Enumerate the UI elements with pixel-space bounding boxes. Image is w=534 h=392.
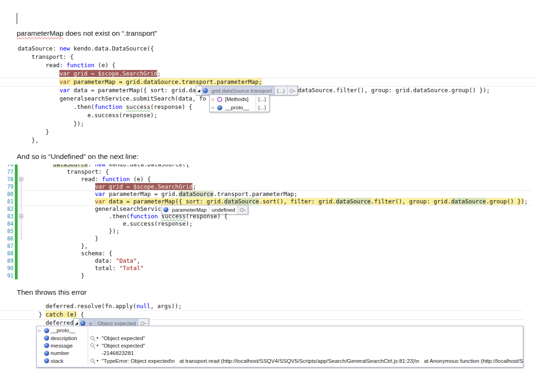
code-text: ; bbox=[524, 198, 528, 205]
fold-collapse-toggle[interactable] bbox=[19, 177, 23, 181]
code-line: } bbox=[18, 128, 534, 136]
expander-collapsed-icon[interactable]: ▷ bbox=[211, 97, 216, 101]
code-text: schema: { bbox=[25, 250, 112, 257]
code-line: 79 var grid = $scope.SearchGrid; bbox=[5, 183, 531, 190]
property-value-cell bbox=[88, 327, 523, 334]
value-orb-icon bbox=[44, 335, 49, 341]
code-text: .then( bbox=[25, 213, 130, 220]
code-line-text: var data = parameterMap({ sort: grid.da◢… bbox=[18, 86, 490, 95]
line-number[interactable]: 80 bbox=[5, 190, 15, 198]
dropdown-row[interactable]: ▷__proto__{...} bbox=[210, 103, 269, 112]
datatip-value: {...} bbox=[274, 86, 287, 95]
line-number[interactable]: 78 bbox=[5, 176, 15, 183]
line-number[interactable]: 87 bbox=[5, 242, 15, 250]
code-line-text: .then(function success(response) { bbox=[18, 103, 192, 111]
code-text: dataSource bbox=[224, 198, 259, 205]
code-text: success bbox=[161, 213, 186, 220]
code-line: 82 generalsearchServicparameterMapundefi… bbox=[5, 205, 531, 213]
line-number[interactable]: 88 bbox=[5, 250, 15, 257]
property-name: message bbox=[51, 342, 88, 349]
line-number[interactable]: 85 bbox=[5, 228, 15, 235]
code-text: deferred.resolve(fn.apply( bbox=[18, 303, 136, 310]
pin-button[interactable] bbox=[287, 86, 297, 95]
code-text: dataSource bbox=[451, 198, 486, 205]
code-text: var grid = $scope.SearchGrid bbox=[95, 183, 193, 190]
error-property-row[interactable]: stack▾"TypeError: Object expected\n at t… bbox=[37, 357, 523, 365]
code-text: kendo.data.DataSource({ bbox=[105, 164, 189, 168]
code-line: transport: { bbox=[18, 53, 534, 61]
line-number[interactable]: 76 bbox=[5, 164, 15, 168]
property-value-cell: ▾"Object expected" bbox=[88, 334, 523, 341]
datatip-expander-icon[interactable]: ◢ bbox=[196, 86, 201, 95]
expander-collapsed-icon[interactable]: ▷ bbox=[211, 106, 216, 110]
code-line: 80 var parameterMap = grid.dataSource.tr… bbox=[5, 190, 531, 198]
magnifier-icon bbox=[90, 358, 96, 364]
fold-margin bbox=[18, 213, 25, 220]
line-number[interactable]: 90 bbox=[5, 265, 15, 272]
code-line: generalsearchService.submitSearch(data, … bbox=[18, 95, 534, 103]
code-line-text: e.success(response); bbox=[25, 220, 193, 228]
expander-collapsed-icon[interactable]: ▷ bbox=[37, 329, 43, 333]
code-text: deferred bbox=[18, 319, 73, 326]
text-visualizer-button[interactable]: ▾ bbox=[90, 335, 102, 341]
code-text: generalsearchService.submitSearch(data, … bbox=[18, 95, 206, 102]
text-visualizer-button[interactable]: ▾ bbox=[90, 358, 102, 364]
pin-button[interactable] bbox=[238, 205, 248, 214]
code-text: ; bbox=[193, 183, 196, 190]
code-line: 84 e.success(response); bbox=[5, 220, 531, 228]
code-text: : bbox=[88, 164, 95, 168]
code-text: data: bbox=[25, 257, 116, 264]
code-text bbox=[25, 164, 53, 168]
text-visualizer-button[interactable]: ▾ bbox=[90, 342, 102, 348]
error-property-row[interactable]: ▷__proto__ bbox=[37, 327, 523, 334]
code-line: e.success(response); bbox=[18, 111, 534, 120]
code-text: kendo.data.DataSource({ bbox=[70, 45, 154, 52]
code-text: (e) { bbox=[95, 62, 116, 69]
line-number[interactable]: 83 bbox=[5, 213, 15, 220]
code-line: 90 total: "Total" bbox=[5, 265, 531, 272]
code-text: e.success(response); bbox=[18, 112, 157, 119]
error-property-row[interactable]: description▾"Object expected" bbox=[37, 334, 523, 341]
fold-margin bbox=[18, 220, 25, 228]
code-line: 87 }, bbox=[5, 242, 531, 250]
fold-margin bbox=[18, 168, 25, 176]
value-orb-icon bbox=[44, 351, 49, 356]
code-line: 86 } bbox=[5, 235, 531, 242]
property-value: "Object expected" bbox=[102, 335, 145, 341]
line-number[interactable]: 81 bbox=[5, 198, 15, 205]
error-property-row[interactable]: number-2146823281 bbox=[37, 349, 523, 357]
code-text: var grid = $scope.SearchGrid bbox=[59, 70, 157, 77]
code-line-text: read: function (e) { bbox=[18, 61, 116, 70]
code-text: , args)); bbox=[150, 303, 182, 310]
code-text: var bbox=[59, 78, 70, 85]
methods-icon bbox=[217, 97, 222, 102]
line-number[interactable]: 86 bbox=[5, 235, 15, 242]
line-number[interactable]: 91 bbox=[5, 272, 15, 279]
line-number[interactable]: 84 bbox=[5, 220, 15, 228]
fold-guide-line bbox=[21, 218, 21, 233]
code-line: read: function (e) { bbox=[18, 61, 534, 70]
code-text: var bbox=[59, 87, 70, 94]
pin-icon bbox=[239, 207, 246, 213]
code-text: dataSource bbox=[53, 164, 88, 168]
value-orb-icon bbox=[44, 328, 49, 333]
member-value: {...} bbox=[256, 95, 268, 103]
line-number[interactable]: 89 bbox=[5, 257, 15, 265]
line-number[interactable]: 77 bbox=[5, 168, 15, 176]
code-text bbox=[18, 70, 59, 77]
line-number[interactable]: 82 bbox=[5, 205, 15, 213]
error-property-row[interactable]: message▾"Object expected" bbox=[37, 342, 523, 349]
code-line-text: }); bbox=[18, 120, 84, 128]
code-line: var parameterMap = grid.dataSource.trans… bbox=[18, 78, 534, 86]
error-object-panel: ▷__proto__description▾"Object expected"m… bbox=[36, 326, 523, 367]
code-text: catch (e) bbox=[45, 311, 77, 318]
dropdown-row[interactable]: ▷[Methods]{...} bbox=[210, 95, 269, 103]
line-number[interactable]: 79 bbox=[5, 183, 15, 190]
code-text: function bbox=[102, 176, 130, 183]
code-screenshot-transport: dataSource: new kendo.data.DataSource({ … bbox=[18, 44, 534, 145]
code-text: total: bbox=[25, 265, 119, 272]
fold-margin bbox=[18, 176, 25, 183]
code-line-text: } bbox=[25, 272, 84, 279]
datatip[interactable]: ◢grid.dataSource.transport{...} bbox=[196, 86, 298, 95]
code-line: 89 data: "Data", bbox=[5, 257, 531, 265]
